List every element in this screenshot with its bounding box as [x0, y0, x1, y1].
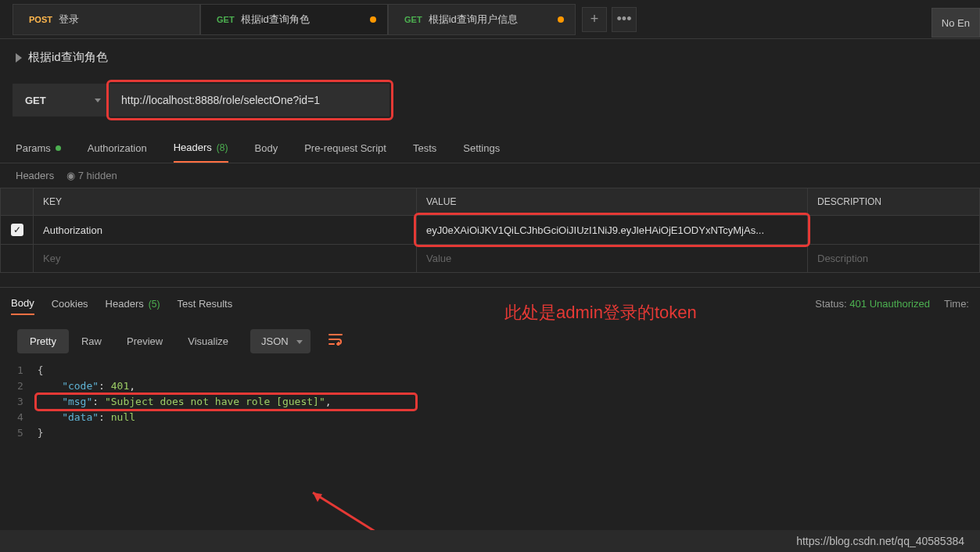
line-numbers: 1 2 3 4 5: [17, 363, 38, 441]
th-desc: DESCRIPTION: [808, 188, 980, 216]
request-tabs: Params Authorization Headers (8) Body Pr…: [0, 134, 980, 163]
wrap-icon: [328, 333, 343, 346]
add-tab-button[interactable]: +: [582, 7, 607, 32]
header-value-cell[interactable]: eyJ0eXAiOiJKV1QiLCJhbGciOiJIUzI1NiJ9.eyJ…: [417, 216, 808, 245]
view-pretty[interactable]: Pretty: [17, 329, 69, 353]
watermark: https://blog.csdn.net/qq_40585384: [0, 530, 980, 552]
time-label: Time:: [944, 298, 969, 310]
th-key: KEY: [34, 188, 417, 216]
headers-label: Headers: [16, 170, 54, 181]
tab-authorization[interactable]: Authorization: [88, 137, 147, 163]
environment-button[interactable]: No En: [932, 8, 980, 38]
body-toolbar: Pretty Raw Preview Visualize JSON: [0, 320, 980, 363]
response-tabs: Body Cookies Headers (5) Test Results St…: [0, 287, 980, 320]
tab-menu-button[interactable]: •••: [612, 7, 637, 32]
resp-tab-body[interactable]: Body: [11, 292, 34, 315]
header-key-input[interactable]: Key: [34, 245, 417, 273]
tab-label: Params: [16, 142, 51, 154]
active-dot-icon: [56, 145, 61, 151]
table-row: ✓ Authorization eyJ0eXAiOiJKV1QiLCJhbGci…: [1, 216, 980, 245]
request-name-row: 根据id查询角色: [0, 39, 980, 76]
format-select[interactable]: JSON: [250, 329, 311, 353]
header-desc-cell[interactable]: [808, 216, 980, 245]
header-desc-input[interactable]: Description: [808, 245, 980, 273]
hidden-count: 7 hidden: [78, 170, 117, 181]
tab-label: 根据id查询用户信息: [429, 13, 518, 27]
status-code: 401 Unauthorized: [849, 298, 930, 310]
url-row: GET: [0, 76, 980, 134]
expand-icon[interactable]: [16, 53, 22, 63]
tab-label: 登录: [59, 13, 79, 27]
headers-count: (8): [217, 142, 228, 153]
tab-params[interactable]: Params: [16, 137, 61, 163]
header-key-cell[interactable]: Authorization: [34, 216, 417, 245]
tab-select-role[interactable]: GET 根据id查询角色: [200, 4, 388, 35]
tabs-bar: POST 登录 GET 根据id查询角色 GET 根据id查询用户信息 + ••…: [0, 0, 980, 39]
header-value-input[interactable]: Value: [417, 245, 808, 273]
tab-method: POST: [29, 15, 52, 24]
status-label: Status: 401 Unauthorized: [815, 298, 930, 310]
checkbox-icon: ✓: [11, 224, 23, 236]
url-input-wrap: [110, 84, 389, 116]
th-checkbox: [1, 188, 34, 216]
view-preview[interactable]: Preview: [114, 329, 175, 353]
tab-method: GET: [404, 15, 422, 24]
tab-settings[interactable]: Settings: [463, 137, 500, 163]
tab-label: 根据id查询角色: [241, 13, 310, 27]
unsaved-dot-icon: [370, 16, 376, 23]
view-raw[interactable]: Raw: [69, 329, 114, 353]
tab-label: Headers: [174, 142, 212, 153]
svg-line-0: [313, 493, 375, 532]
method-select[interactable]: GET: [13, 84, 110, 116]
tab-prerequest[interactable]: Pre-request Script: [304, 137, 386, 163]
request-name: 根据id查询角色: [28, 50, 108, 65]
table-row-placeholder: Key Value Description: [1, 245, 980, 273]
tab-method: GET: [217, 15, 235, 24]
headers-table: KEY VALUE DESCRIPTION ✓ Authorization ey…: [0, 188, 980, 273]
response-status: Status: 401 Unauthorized Time:: [815, 298, 969, 310]
resp-tab-headers[interactable]: Headers (5): [106, 293, 160, 314]
tab-label: Headers: [106, 298, 144, 310]
tab-login[interactable]: POST 登录: [13, 4, 200, 35]
tab-body[interactable]: Body: [255, 137, 278, 163]
wrap-button[interactable]: [328, 333, 343, 349]
checkbox-cell[interactable]: ✓: [1, 216, 34, 245]
eye-icon: ◉: [66, 170, 78, 181]
headers-count: (5): [149, 299, 160, 310]
resp-tab-tests[interactable]: Test Results: [177, 293, 232, 314]
resp-tab-cookies[interactable]: Cookies: [52, 293, 88, 314]
unsaved-dot-icon: [558, 16, 564, 23]
method-label: GET: [25, 95, 46, 106]
hidden-toggle[interactable]: ◉ 7 hidden: [66, 170, 117, 181]
response-body: 1 2 3 4 5 { "code": 401, "msg": "Subject…: [0, 363, 980, 441]
tab-headers[interactable]: Headers (8): [174, 137, 228, 163]
url-input[interactable]: [110, 84, 389, 116]
headers-subbar: Headers ◉ 7 hidden: [0, 163, 980, 188]
view-visualize[interactable]: Visualize: [175, 329, 241, 353]
tab-actions: + •••: [582, 7, 637, 32]
svg-marker-1: [313, 493, 322, 502]
tab-select-user[interactable]: GET 根据id查询用户信息: [388, 4, 576, 35]
code-content[interactable]: { "code": 401, "msg": "Subject does not …: [38, 363, 332, 441]
th-value: VALUE: [417, 188, 808, 216]
tab-tests[interactable]: Tests: [413, 137, 436, 163]
header-value: eyJ0eXAiOiJKV1QiLCJhbGciOiJIUzI1NiJ9.eyJ…: [426, 224, 764, 236]
checkbox-cell[interactable]: [1, 245, 34, 273]
